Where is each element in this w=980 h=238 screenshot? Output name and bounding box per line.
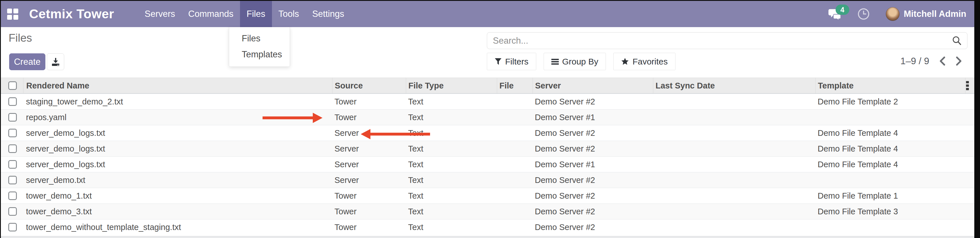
cell-rendered-name: server_demo_logs.txt xyxy=(23,129,332,138)
brand-title[interactable]: Cetmix Tower xyxy=(25,6,120,21)
group-by-label: Group By xyxy=(562,57,598,67)
row-checkbox[interactable] xyxy=(8,192,17,200)
row-checkbox[interactable] xyxy=(8,113,17,122)
column-header-last-sync-date[interactable]: Last Sync Date xyxy=(653,78,815,93)
search-bar xyxy=(487,32,967,49)
files-list-table: Rendered Name Source File Type File Serv… xyxy=(1,78,974,235)
user-menu[interactable]: Mitchell Admin xyxy=(886,7,966,21)
cell-file-type: Text xyxy=(406,191,497,201)
cell-template: Demo File Template 3 xyxy=(815,207,965,216)
table-row[interactable]: tower_demo_without_template_staging.txt … xyxy=(1,219,974,235)
row-checkbox[interactable] xyxy=(8,97,17,106)
menu-item-settings[interactable]: Settings xyxy=(305,1,351,27)
column-header-rendered-name[interactable]: Rendered Name xyxy=(23,78,332,93)
cell-file-type: Text xyxy=(406,97,497,106)
messages-count-badge: 4 xyxy=(835,5,849,15)
cell-server: Demo Server #2 xyxy=(533,129,653,138)
table-row[interactable]: staging_tower_demo_2.txt Tower Text Demo… xyxy=(1,94,974,109)
row-checkbox[interactable] xyxy=(8,176,17,184)
dropdown-item-templates[interactable]: Templates xyxy=(229,46,290,62)
row-checkbox[interactable] xyxy=(8,144,17,153)
bars-icon xyxy=(551,58,559,65)
cell-file-type: Text xyxy=(406,222,497,232)
chevron-right-icon xyxy=(955,56,962,66)
table-row[interactable]: server_demo.txt Server Text Demo Server … xyxy=(1,172,974,188)
cell-server: Demo Server #2 xyxy=(533,191,653,201)
annotation-arrow-left xyxy=(361,129,430,139)
group-by-button[interactable]: Group By xyxy=(544,53,606,70)
cell-source: Tower xyxy=(332,113,406,122)
export-button[interactable] xyxy=(47,53,64,70)
cell-source: Tower xyxy=(332,222,406,232)
cell-server: Demo Server #2 xyxy=(533,176,653,185)
filters-label: Filters xyxy=(505,57,528,67)
cell-rendered-name: tower_demo_without_template_staging.txt xyxy=(23,222,332,232)
cell-template: Demo File Template 1 xyxy=(815,191,965,201)
cell-rendered-name: server_demo.txt xyxy=(23,176,332,185)
column-header-source[interactable]: Source xyxy=(332,78,406,93)
top-navbar: Cetmix Tower Servers Commands Files Tool… xyxy=(1,1,974,27)
filters-button[interactable]: Filters xyxy=(487,53,536,70)
optional-columns-button[interactable] xyxy=(966,81,969,90)
pager-next-button[interactable] xyxy=(955,56,962,66)
row-checkbox[interactable] xyxy=(8,129,17,137)
cell-server: Demo Server #2 xyxy=(533,222,653,232)
table-row[interactable]: repos.yaml Tower Text Demo Server #1 xyxy=(1,109,974,125)
user-name: Mitchell Admin xyxy=(904,9,966,19)
row-checkbox[interactable] xyxy=(8,207,17,216)
main-menu: Servers Commands Files Tools Settings xyxy=(138,1,351,27)
column-header-file[interactable]: File xyxy=(497,78,533,93)
select-all-checkbox[interactable] xyxy=(8,81,17,90)
cell-file-type: Text xyxy=(406,176,497,185)
table-row[interactable]: server_demo_logs.txt Server Text Demo Se… xyxy=(1,141,974,156)
clock-icon xyxy=(857,8,870,20)
favorites-label: Favorites xyxy=(632,57,668,67)
table-row[interactable]: server_demo_logs.txt Server Text Demo Se… xyxy=(1,125,974,141)
column-header-file-type[interactable]: File Type xyxy=(406,78,497,93)
cell-server: Demo Server #1 xyxy=(533,160,653,169)
cell-source: Tower xyxy=(332,97,406,106)
row-checkbox[interactable] xyxy=(8,223,17,232)
funnel-icon xyxy=(495,58,502,65)
column-header-template[interactable]: Template xyxy=(815,78,965,93)
activities-button[interactable] xyxy=(857,8,870,20)
create-button[interactable]: Create xyxy=(9,53,45,70)
cell-server: Demo Server #2 xyxy=(533,144,653,154)
table-row[interactable]: server_demo_logs.txt Server Text Demo Se… xyxy=(1,156,974,172)
cell-template: Demo File Template 2 xyxy=(815,97,965,106)
dropdown-item-files[interactable]: Files xyxy=(229,30,290,46)
menu-item-files[interactable]: Files xyxy=(240,1,272,27)
cell-rendered-name: staging_tower_demo_2.txt xyxy=(23,97,332,106)
messages-button[interactable]: 4 xyxy=(828,8,841,20)
cell-file-type: Text xyxy=(406,207,497,216)
cell-source: Server xyxy=(332,160,406,169)
pager-previous-button[interactable] xyxy=(939,56,946,66)
menu-item-tools[interactable]: Tools xyxy=(272,1,305,27)
cell-file-type: Text xyxy=(406,113,497,122)
favorites-button[interactable]: Favorites xyxy=(613,53,675,70)
cell-rendered-name: server_demo_logs.txt xyxy=(23,160,332,169)
app-window: Cetmix Tower Servers Commands Files Tool… xyxy=(1,1,974,238)
download-tray-icon xyxy=(51,57,60,67)
table-row[interactable]: tower_demo_1.txt Tower Text Demo Server … xyxy=(1,188,974,203)
annotation-arrow-right xyxy=(262,113,323,123)
row-checkbox[interactable] xyxy=(8,160,17,169)
cell-source: Server xyxy=(332,144,406,154)
cell-rendered-name: tower_demo_1.txt xyxy=(23,191,332,201)
table-footer-strip xyxy=(1,236,974,238)
cell-server: Demo Server #2 xyxy=(533,207,653,216)
cell-file-type: Text xyxy=(406,160,497,169)
cell-source: Tower xyxy=(332,207,406,216)
table-row[interactable]: tower_demo_3.txt Tower Text Demo Server … xyxy=(1,203,974,219)
files-dropdown-menu: Files Templates xyxy=(229,27,290,67)
column-header-server[interactable]: Server xyxy=(533,78,653,93)
cell-template: Demo File Template 4 xyxy=(815,144,965,154)
search-submit[interactable] xyxy=(947,36,967,46)
menu-item-commands[interactable]: Commands xyxy=(182,1,240,27)
user-avatar xyxy=(886,7,899,21)
cell-source: Tower xyxy=(332,191,406,201)
search-input[interactable] xyxy=(487,36,947,46)
page-title: Files xyxy=(9,32,32,44)
apps-menu-button[interactable] xyxy=(1,9,25,20)
menu-item-servers[interactable]: Servers xyxy=(138,1,182,27)
